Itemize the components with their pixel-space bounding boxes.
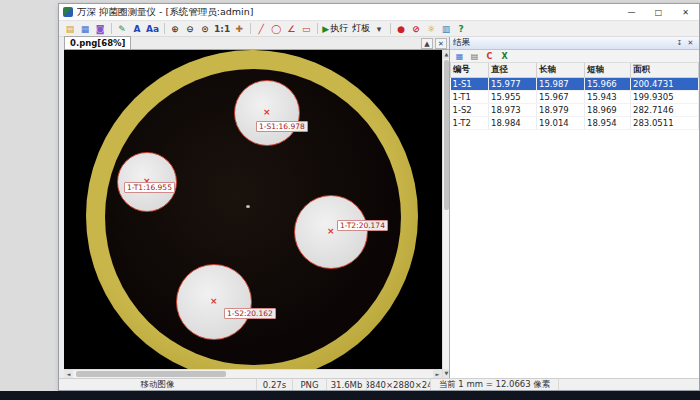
measurement-label-1-t1: 1-T1:16.955: [124, 182, 175, 193]
results-toolbar: ▦▤CX: [450, 50, 699, 63]
toolbar-separator: [250, 23, 251, 34]
table-cell: 283.0511: [631, 116, 699, 129]
table-cell: 15.967: [537, 90, 585, 103]
status-bar: 移动图像0.27sPNG31.6Mb3840×2880×24当前 1 mm = …: [59, 378, 699, 390]
horizontal-scroll-thumb[interactable]: [76, 371, 226, 377]
horizontal-scrollbar[interactable]: ◄ ►: [64, 369, 442, 378]
windows-taskbar[interactable]: [0, 391, 700, 400]
chart-icon[interactable]: ▥: [439, 22, 453, 35]
screen: 万深 抑菌圈测量仪 - [系统管理员:admin] — □ ✕ ▤▦◙✎AAa⊕…: [0, 0, 700, 400]
table-cell: 199.9305: [631, 90, 699, 103]
table-cell: 18.973: [489, 103, 537, 116]
close-tab-icon[interactable]: ✕: [435, 38, 447, 49]
table-cell: 1-T2: [451, 116, 489, 129]
status-segment: 当前 1 mm = 12.0663 像素: [431, 379, 559, 390]
measure-rect-icon[interactable]: ▭: [299, 22, 313, 35]
open-image-icon[interactable]: ▤: [63, 22, 77, 35]
toolbar-separator: [164, 23, 165, 34]
zoom-fit-icon[interactable]: ⊙: [198, 22, 212, 35]
panel-print-icon[interactable]: ▤: [468, 51, 481, 62]
minimize-button[interactable]: —: [618, 4, 645, 21]
scroll-right-icon[interactable]: ►: [433, 370, 442, 378]
image-pane: 0.png[68%] ▲ ✕ × × × ×: [59, 37, 449, 378]
record-icon[interactable]: ●: [394, 22, 408, 35]
results-panel-header: 结果 ↧ ✕: [450, 37, 699, 50]
results-table: 编号直径长轴短轴面积 1-S115.97715.98715.966200.473…: [450, 63, 699, 130]
capture-icon[interactable]: ◙: [93, 22, 107, 35]
zoom-in-icon[interactable]: ⊕: [168, 22, 182, 35]
table-cell: 18.984: [489, 116, 537, 129]
table-row[interactable]: 1-S115.97715.98715.966200.4731: [451, 77, 699, 90]
tab-bar: 0.png[68%] ▲ ✕: [64, 37, 449, 50]
results-panel-title: 结果: [453, 37, 674, 49]
vertical-scrollbar[interactable]: ▲ ▼: [442, 50, 449, 378]
table-cell: 1-T1: [451, 90, 489, 103]
annotate-icon[interactable]: ✎: [115, 22, 129, 35]
panel-close-icon[interactable]: ✕: [685, 38, 696, 49]
table-cell: 200.4731: [631, 77, 699, 90]
app-window: 万深 抑菌圈测量仪 - [系统管理员:admin] — □ ✕ ▤▦◙✎AAa⊕…: [58, 3, 700, 391]
close-button[interactable]: ✕: [672, 4, 699, 21]
table-cell: 18.979: [537, 103, 585, 116]
status-segment: [559, 379, 699, 390]
help-icon[interactable]: ?: [454, 22, 468, 35]
measure-line-icon[interactable]: ╱: [254, 22, 268, 35]
results-panel: 结果 ↧ ✕ ▦▤CX 编号直径长轴短轴面积 1-S115.97715.9871…: [449, 37, 699, 378]
lamp-icon[interactable]: ☼: [424, 22, 438, 35]
table-column-header[interactable]: 短轴: [585, 63, 631, 77]
table-cell: 1-S2: [451, 103, 489, 116]
table-cell: 15.966: [585, 77, 631, 90]
table-column-header[interactable]: 直径: [489, 63, 537, 77]
table-cell: 282.7146: [631, 103, 699, 116]
measure-angle-icon[interactable]: ∠: [284, 22, 298, 35]
title-bar: 万深 抑菌圈测量仪 - [系统管理员:admin] — □ ✕: [59, 4, 699, 21]
font-small-icon[interactable]: Aa: [145, 22, 160, 35]
table-row[interactable]: 1-T218.98419.01418.954283.0511: [451, 116, 699, 129]
zoom-100-icon[interactable]: 1:1: [213, 22, 231, 35]
lightboard-button[interactable]: 灯板: [350, 22, 371, 35]
collapse-pane-icon[interactable]: ▲: [421, 38, 433, 49]
table-column-header[interactable]: 面积: [631, 63, 699, 77]
table-column-header[interactable]: 编号: [451, 63, 489, 77]
scroll-left-icon[interactable]: ◄: [64, 370, 73, 378]
table-cell: 19.014: [537, 116, 585, 129]
table-column-header[interactable]: 长轴: [537, 63, 585, 77]
client-area: 0.png[68%] ▲ ✕ × × × ×: [59, 37, 699, 378]
panel-copy-icon[interactable]: C: [483, 51, 496, 62]
table-cell: 15.977: [489, 77, 537, 90]
maximize-button[interactable]: □: [645, 4, 672, 21]
status-segment: 0.27s: [257, 379, 293, 390]
stop-icon[interactable]: ⊘: [409, 22, 423, 35]
app-logo-icon: [63, 7, 73, 17]
measurement-label-1-t2: 1-T2:20.174: [337, 220, 388, 231]
toolbar-separator: [111, 23, 112, 34]
tab-0png[interactable]: 0.png[68%]: [64, 36, 131, 49]
image-view[interactable]: × × × × 1-S1:16.978 1-T1:16.955 1-T2:20.…: [64, 50, 442, 380]
dropdown-icon[interactable]: ▾: [372, 22, 386, 35]
center-mark-icon: ×: [327, 227, 335, 236]
font-large-icon[interactable]: A: [130, 22, 144, 35]
measure-circle-icon[interactable]: ◯: [269, 22, 283, 35]
measurement-label-1-s1: 1-S1:16.978: [256, 121, 308, 132]
run-button[interactable]: ▶执行: [321, 22, 349, 35]
panel-excel-icon[interactable]: X: [498, 51, 511, 62]
zoom-out-icon[interactable]: ⊖: [183, 22, 197, 35]
pin-icon[interactable]: ↧: [674, 38, 685, 49]
table-row[interactable]: 1-T115.95515.96715.943199.9305: [451, 90, 699, 103]
pan-icon[interactable]: ✚: [232, 22, 246, 35]
table-cell: 15.987: [537, 77, 585, 90]
reflection-speck: [246, 205, 250, 208]
status-segment: PNG: [293, 379, 327, 390]
table-cell: 15.955: [489, 90, 537, 103]
window-title: 万深 抑菌圈测量仪 - [系统管理员:admin]: [77, 6, 618, 19]
window-controls: — □ ✕: [618, 4, 699, 21]
results-table-container: 编号直径长轴短轴面积 1-S115.97715.98715.966200.473…: [450, 63, 699, 378]
save-icon[interactable]: ▦: [78, 22, 92, 35]
table-cell: 1-S1: [451, 77, 489, 90]
status-segment: 31.6Mb: [327, 379, 367, 390]
table-row[interactable]: 1-S218.97318.97918.969282.7146: [451, 103, 699, 116]
measurement-label-1-s2: 1-S2:20.162: [224, 308, 276, 319]
toolbar-separator: [390, 23, 391, 34]
panel-save-icon[interactable]: ▦: [453, 51, 466, 62]
table-cell: 18.969: [585, 103, 631, 116]
